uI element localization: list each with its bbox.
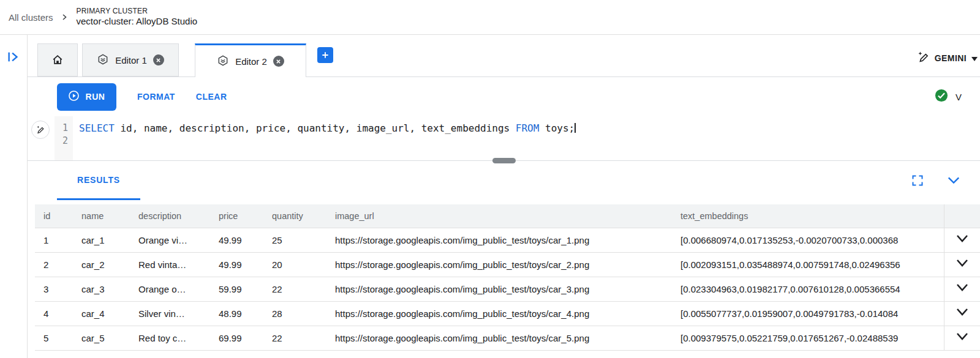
cluster-type-label: PRIMARY CLUSTER (77, 7, 198, 16)
cell-name: car_5 (73, 326, 130, 350)
format-button[interactable]: FORMAT (137, 92, 175, 102)
cell-description: Red toy c… (130, 326, 210, 350)
cell-price: 49.99 (210, 228, 263, 252)
results-table-wrap: id name description price quantity image… (35, 204, 980, 358)
table-row: 4car_4Silver vin…48.9928https://storage.… (35, 301, 980, 326)
column-header-expand (944, 204, 980, 228)
fullscreen-icon[interactable] (911, 174, 924, 187)
editor-assist-pen-icon[interactable] (31, 121, 50, 139)
column-header-text-embeddings: text_embeddings (672, 204, 944, 228)
valid-check-icon (935, 89, 948, 105)
column-header-price: price (210, 204, 263, 228)
line-number-gutter: 1 2 (55, 116, 73, 160)
cell-price: 48.99 (210, 301, 263, 326)
cell-text_embeddings: [0.009379575,0.05221759,0.017651267,-0.0… (672, 326, 944, 350)
results-panel: RESULTS (28, 160, 980, 358)
cell-description: Orange o… (130, 277, 210, 301)
collapse-chevron-icon[interactable] (947, 176, 960, 185)
tab-editor-2[interactable]: Editor 2 (195, 43, 306, 77)
table-row: 3car_3Orange o…59.9922https://storage.go… (35, 277, 980, 301)
alloydb-editor-icon (97, 53, 109, 67)
tab-editor-1[interactable]: Editor 1 (82, 43, 179, 76)
cell-name: car_3 (73, 277, 130, 301)
gemini-pen-spark-icon (916, 50, 930, 65)
results-header: RESULTS (28, 161, 980, 200)
close-icon[interactable] (273, 56, 284, 67)
column-header-description: description (130, 204, 210, 228)
cell-price: 59.99 (210, 277, 263, 301)
cell-quantity: 25 (263, 228, 326, 252)
cell-description: Red vinta… (130, 252, 210, 277)
sql-line-2 (79, 135, 980, 147)
cell-quantity: 20 (263, 252, 326, 277)
cell-name: car_1 (73, 228, 130, 252)
column-header-image-url: image_url (326, 204, 672, 228)
column-header-name: name (73, 204, 130, 228)
cell-text_embeddings: [0.0055077737,0.01959007,0.0049791783,-0… (672, 301, 944, 326)
app-header: All clusters PRIMARY CLUSTER vector-clus… (0, 0, 980, 35)
gemini-caret-icon (971, 53, 978, 63)
gemini-label: GEMINI (935, 53, 967, 63)
cell-description: Silver vin… (130, 301, 210, 326)
main-content: Editor 1 Editor 2 (27, 35, 980, 358)
cell-price: 49.99 (210, 252, 263, 277)
row-expand-chevron-icon[interactable] (944, 326, 980, 350)
page-title: vector-cluster: AlloyDB Studio (77, 16, 198, 28)
tab-results[interactable]: RESULTS (57, 161, 140, 200)
row-expand-chevron-icon[interactable] (944, 228, 980, 252)
cell-description: Orange vi… (130, 228, 210, 252)
panel-open-icon[interactable] (6, 50, 21, 66)
results-actions (911, 161, 960, 200)
cell-text_embeddings: [0.006680974,0.017135253,-0.0020700733,0… (672, 228, 944, 252)
cell-name: car_2 (73, 252, 130, 277)
status-text: V (956, 92, 962, 102)
sql-editor-pane: 1 2 SELECT id, name, description, price,… (28, 116, 980, 160)
query-status: V (935, 89, 962, 105)
home-icon (51, 53, 64, 68)
tab-home[interactable] (37, 43, 78, 76)
cell-image_url: https://storage.googleapis.com/img_publi… (326, 326, 672, 350)
editor-assist-area (28, 116, 55, 160)
run-button[interactable]: RUN (57, 83, 116, 111)
editor-tabbar: Editor 1 Editor 2 (28, 35, 980, 77)
column-header-quantity: quantity (263, 204, 326, 228)
table-row: 1car_1Orange vi…49.9925https://storage.g… (35, 228, 980, 252)
cell-text_embeddings: [0.023304963,0.01982177,0.007610128,0.00… (672, 277, 944, 301)
tab-label: Editor 1 (115, 55, 147, 65)
run-play-icon (68, 90, 80, 103)
close-icon[interactable] (153, 54, 164, 65)
add-tab-icon[interactable] (317, 47, 333, 63)
run-label: RUN (85, 92, 105, 102)
query-toolbar: RUN FORMAT CLEAR V (28, 77, 980, 116)
cell-image_url: https://storage.googleapis.com/img_publi… (326, 228, 672, 252)
cell-id: 1 (35, 228, 73, 252)
cell-id: 3 (35, 277, 73, 301)
column-header-id: id (35, 204, 73, 228)
cell-quantity: 22 (263, 277, 326, 301)
cell-id: 4 (35, 301, 73, 326)
text-cursor (575, 123, 576, 133)
table-header-row: id name description price quantity image… (35, 204, 980, 228)
line-number: 1 (55, 122, 68, 135)
cell-image_url: https://storage.googleapis.com/img_publi… (326, 277, 672, 301)
row-expand-chevron-icon[interactable] (944, 277, 980, 301)
cell-id: 2 (35, 252, 73, 277)
tab-label: Editor 2 (235, 56, 267, 67)
alloydb-editor-icon (217, 54, 229, 69)
drag-handle[interactable] (492, 158, 516, 163)
cell-image_url: https://storage.googleapis.com/img_publi… (326, 252, 672, 277)
cell-id: 5 (35, 326, 73, 350)
cell-image_url: https://storage.googleapis.com/img_publi… (326, 301, 672, 326)
row-expand-chevron-icon[interactable] (944, 252, 980, 277)
cell-quantity: 22 (263, 326, 326, 350)
gemini-button[interactable]: GEMINI (916, 50, 978, 65)
clear-button[interactable]: CLEAR (196, 92, 227, 102)
cluster-title: PRIMARY CLUSTER vector-cluster: AlloyDB … (77, 7, 198, 28)
table-row: 5car_5Red toy c…69.9922https://storage.g… (35, 326, 980, 350)
row-expand-chevron-icon[interactable] (944, 301, 980, 326)
cell-quantity: 28 (263, 301, 326, 326)
breadcrumb-all-clusters[interactable]: All clusters (9, 12, 53, 23)
cell-price: 69.99 (210, 326, 263, 350)
cell-text_embeddings: [0.002093151,0.035488974,0.007591748,0.0… (672, 252, 944, 277)
sql-editor[interactable]: SELECT id, name, description, price, qua… (73, 116, 980, 160)
